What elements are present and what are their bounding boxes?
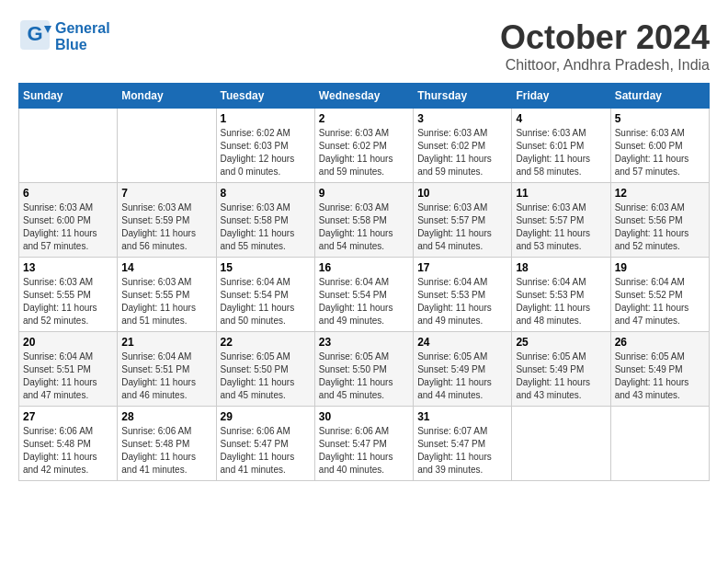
- calendar-cell: 10Sunrise: 6:03 AM Sunset: 5:57 PM Dayli…: [414, 183, 512, 258]
- calendar-week-row: 6Sunrise: 6:03 AM Sunset: 6:00 PM Daylig…: [19, 183, 710, 258]
- calendar-week-row: 1Sunrise: 6:02 AM Sunset: 6:03 PM Daylig…: [19, 109, 710, 183]
- day-number: 30: [319, 410, 409, 423]
- weekday-header: Thursday: [414, 84, 512, 109]
- day-info: Sunrise: 6:03 AM Sunset: 5:57 PM Dayligh…: [516, 201, 606, 253]
- day-number: 3: [417, 112, 507, 125]
- day-info: Sunrise: 6:03 AM Sunset: 5:55 PM Dayligh…: [23, 276, 113, 327]
- calendar-cell: 31Sunrise: 6:07 AM Sunset: 5:47 PM Dayli…: [414, 407, 512, 481]
- day-number: 23: [319, 336, 409, 349]
- calendar-cell: 30Sunrise: 6:06 AM Sunset: 5:47 PM Dayli…: [314, 407, 413, 481]
- day-number: 1: [221, 112, 311, 125]
- calendar-cell: 12Sunrise: 6:03 AM Sunset: 5:56 PM Dayli…: [610, 183, 709, 258]
- calendar-cell: 20Sunrise: 6:04 AM Sunset: 5:51 PM Dayli…: [19, 332, 118, 407]
- location-subtitle: Chittoor, Andhra Pradesh, India: [500, 57, 710, 74]
- day-info: Sunrise: 6:05 AM Sunset: 5:49 PM Dayligh…: [615, 350, 705, 402]
- day-info: Sunrise: 6:03 AM Sunset: 5:55 PM Dayligh…: [121, 276, 211, 327]
- calendar-cell: [610, 407, 709, 481]
- day-info: Sunrise: 6:04 AM Sunset: 5:52 PM Dayligh…: [615, 276, 705, 327]
- calendar-cell: 26Sunrise: 6:05 AM Sunset: 5:49 PM Dayli…: [610, 332, 709, 407]
- title-area: October 2024 Chittoor, Andhra Pradesh, I…: [500, 18, 710, 74]
- calendar-cell: 11Sunrise: 6:03 AM Sunset: 5:57 PM Dayli…: [512, 183, 610, 258]
- day-number: 7: [121, 187, 211, 200]
- calendar-week-row: 27Sunrise: 6:06 AM Sunset: 5:48 PM Dayli…: [19, 407, 710, 481]
- calendar-cell: 4Sunrise: 6:03 AM Sunset: 6:01 PM Daylig…: [512, 109, 610, 183]
- calendar-cell: 7Sunrise: 6:03 AM Sunset: 5:59 PM Daylig…: [118, 183, 216, 258]
- day-info: Sunrise: 6:03 AM Sunset: 5:59 PM Dayligh…: [121, 201, 211, 253]
- day-info: Sunrise: 6:04 AM Sunset: 5:51 PM Dayligh…: [23, 350, 113, 402]
- day-info: Sunrise: 6:05 AM Sunset: 5:49 PM Dayligh…: [417, 350, 507, 402]
- day-number: 27: [23, 410, 113, 423]
- logo-general: General: [55, 20, 110, 36]
- day-number: 31: [417, 410, 507, 423]
- day-number: 18: [516, 261, 606, 274]
- month-title: October 2024: [500, 18, 710, 57]
- weekday-header-row: SundayMondayTuesdayWednesdayThursdayFrid…: [19, 84, 710, 109]
- day-info: Sunrise: 6:03 AM Sunset: 6:00 PM Dayligh…: [23, 201, 113, 253]
- calendar-cell: 28Sunrise: 6:06 AM Sunset: 5:48 PM Dayli…: [118, 407, 216, 481]
- calendar-cell: [118, 109, 216, 183]
- day-number: 9: [319, 187, 409, 200]
- logo: G General Blue: [18, 18, 110, 55]
- weekday-header: Sunday: [19, 84, 118, 109]
- day-number: 15: [221, 261, 311, 274]
- day-info: Sunrise: 6:04 AM Sunset: 5:54 PM Dayligh…: [221, 276, 311, 327]
- weekday-header: Wednesday: [314, 84, 413, 109]
- calendar-cell: 16Sunrise: 6:04 AM Sunset: 5:54 PM Dayli…: [314, 258, 413, 332]
- day-info: Sunrise: 6:06 AM Sunset: 5:47 PM Dayligh…: [221, 425, 311, 477]
- day-number: 11: [516, 187, 606, 200]
- calendar-cell: [19, 109, 118, 183]
- calendar-cell: 9Sunrise: 6:03 AM Sunset: 5:58 PM Daylig…: [314, 183, 413, 258]
- day-number: 13: [23, 261, 113, 274]
- day-number: 10: [417, 187, 507, 200]
- day-number: 5: [615, 112, 705, 125]
- day-number: 8: [221, 187, 311, 200]
- day-info: Sunrise: 6:04 AM Sunset: 5:53 PM Dayligh…: [417, 276, 507, 327]
- day-number: 14: [121, 261, 211, 274]
- calendar-cell: 15Sunrise: 6:04 AM Sunset: 5:54 PM Dayli…: [216, 258, 314, 332]
- day-info: Sunrise: 6:03 AM Sunset: 6:00 PM Dayligh…: [615, 127, 705, 178]
- weekday-header: Monday: [118, 84, 216, 109]
- day-info: Sunrise: 6:05 AM Sunset: 5:50 PM Dayligh…: [319, 350, 409, 402]
- day-info: Sunrise: 6:03 AM Sunset: 6:01 PM Dayligh…: [516, 127, 606, 178]
- day-info: Sunrise: 6:03 AM Sunset: 5:58 PM Dayligh…: [221, 201, 311, 253]
- calendar-cell: 14Sunrise: 6:03 AM Sunset: 5:55 PM Dayli…: [118, 258, 216, 332]
- day-info: Sunrise: 6:04 AM Sunset: 5:54 PM Dayligh…: [319, 276, 409, 327]
- day-info: Sunrise: 6:06 AM Sunset: 5:48 PM Dayligh…: [121, 425, 211, 477]
- calendar-cell: 18Sunrise: 6:04 AM Sunset: 5:53 PM Dayli…: [512, 258, 610, 332]
- day-number: 17: [417, 261, 507, 274]
- day-number: 4: [516, 112, 606, 125]
- calendar-cell: 17Sunrise: 6:04 AM Sunset: 5:53 PM Dayli…: [414, 258, 512, 332]
- day-number: 25: [516, 336, 606, 349]
- day-info: Sunrise: 6:04 AM Sunset: 5:53 PM Dayligh…: [516, 276, 606, 327]
- calendar-week-row: 13Sunrise: 6:03 AM Sunset: 5:55 PM Dayli…: [19, 258, 710, 332]
- day-info: Sunrise: 6:03 AM Sunset: 6:02 PM Dayligh…: [417, 127, 507, 178]
- day-number: 20: [23, 336, 113, 349]
- calendar-cell: 29Sunrise: 6:06 AM Sunset: 5:47 PM Dayli…: [216, 407, 314, 481]
- day-number: 6: [23, 187, 113, 200]
- svg-text:G: G: [27, 22, 42, 45]
- page-header: G General Blue October 2024 Chittoor, An…: [18, 18, 710, 74]
- calendar-cell: 13Sunrise: 6:03 AM Sunset: 5:55 PM Dayli…: [19, 258, 118, 332]
- weekday-header: Saturday: [610, 84, 709, 109]
- day-number: 24: [417, 336, 507, 349]
- calendar-table: SundayMondayTuesdayWednesdayThursdayFrid…: [18, 83, 710, 481]
- day-number: 12: [615, 187, 705, 200]
- calendar-cell: 19Sunrise: 6:04 AM Sunset: 5:52 PM Dayli…: [610, 258, 709, 332]
- day-number: 16: [319, 261, 409, 274]
- calendar-cell: 24Sunrise: 6:05 AM Sunset: 5:49 PM Dayli…: [414, 332, 512, 407]
- calendar-cell: 3Sunrise: 6:03 AM Sunset: 6:02 PM Daylig…: [414, 109, 512, 183]
- day-number: 29: [221, 410, 311, 423]
- day-info: Sunrise: 6:03 AM Sunset: 5:57 PM Dayligh…: [417, 201, 507, 253]
- day-number: 26: [615, 336, 705, 349]
- calendar-cell: 21Sunrise: 6:04 AM Sunset: 5:51 PM Dayli…: [118, 332, 216, 407]
- weekday-header: Friday: [512, 84, 610, 109]
- calendar-cell: 25Sunrise: 6:05 AM Sunset: 5:49 PM Dayli…: [512, 332, 610, 407]
- calendar-cell: 5Sunrise: 6:03 AM Sunset: 6:00 PM Daylig…: [610, 109, 709, 183]
- day-info: Sunrise: 6:04 AM Sunset: 5:51 PM Dayligh…: [121, 350, 211, 402]
- calendar-cell: 23Sunrise: 6:05 AM Sunset: 5:50 PM Dayli…: [314, 332, 413, 407]
- calendar-cell: 1Sunrise: 6:02 AM Sunset: 6:03 PM Daylig…: [216, 109, 314, 183]
- day-number: 22: [221, 336, 311, 349]
- logo-blue: Blue: [55, 37, 110, 53]
- day-info: Sunrise: 6:03 AM Sunset: 5:56 PM Dayligh…: [615, 201, 705, 253]
- day-number: 19: [615, 261, 705, 274]
